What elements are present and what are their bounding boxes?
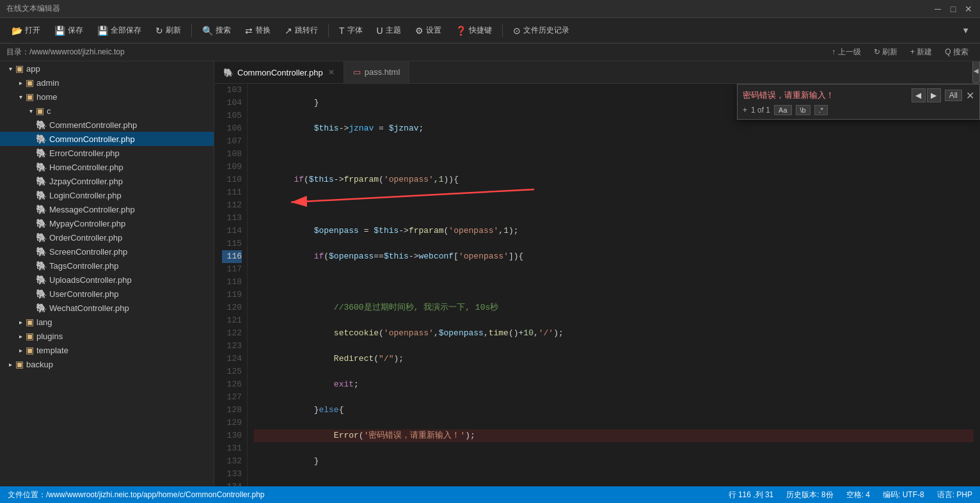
search-button[interactable]: 🔍 搜索 bbox=[196, 22, 237, 38]
sidebar-collapse-handle[interactable]: ◀ bbox=[972, 61, 980, 83]
sidebar-item-label: home bbox=[36, 92, 58, 102]
search-count: 1 of 1 bbox=[751, 106, 770, 115]
search-word-button[interactable]: \b bbox=[796, 105, 810, 115]
php-file-icon: 🐘 bbox=[36, 289, 47, 299]
refresh-button[interactable]: ↻ 刷新 bbox=[149, 22, 187, 38]
sidebar-item-label: admin bbox=[36, 78, 59, 88]
chevron-right-icon: ▸ bbox=[15, 319, 26, 326]
theme-icon: U bbox=[377, 26, 383, 36]
sidebar-item-app[interactable]: ▾ ▣ app bbox=[0, 61, 214, 76]
sidebar-item-commentcontroller[interactable]: 🐘 CommentController.php bbox=[0, 118, 214, 132]
search-popup: 密码错误，请重新输入！ ◀ ▶ All ✕ + 1 of 1 Aa \b .* bbox=[737, 84, 980, 120]
new-file-button[interactable]: + 新建 bbox=[905, 45, 937, 59]
html-tab-icon: ▭ bbox=[353, 67, 361, 77]
sidebar: ▾ ▣ app ▸ ▣ admin ▾ ▣ home ▾ ▣ c 🐘 Comme… bbox=[0, 61, 214, 486]
sidebar-item-tagscontroller[interactable]: 🐘 TagsController.php bbox=[0, 259, 214, 273]
sidebar-item-backup[interactable]: ▸ ▣ backup bbox=[0, 357, 214, 371]
search-prev-button[interactable]: ◀ bbox=[912, 88, 926, 102]
php-file-icon: 🐘 bbox=[36, 218, 47, 228]
sidebar-item-ordercontroller[interactable]: 🐘 OrderController.php bbox=[0, 230, 214, 244]
theme-button[interactable]: U 主题 bbox=[370, 22, 407, 38]
refresh-dir-button[interactable]: ↻ 刷新 bbox=[869, 45, 903, 59]
folder-icon: ▣ bbox=[26, 77, 34, 88]
search-dir-button[interactable]: Q 搜索 bbox=[940, 45, 974, 59]
settings-button[interactable]: ⚙ 设置 bbox=[409, 22, 448, 38]
status-filepath: 文件位置：/www/wwwroot/jizhi.neic.top/app/hom… bbox=[8, 490, 716, 500]
php-file-icon: 🐘 bbox=[36, 176, 47, 186]
open-button[interactable]: 📂 打开 bbox=[5, 22, 47, 38]
file-history-button[interactable]: ⊙ 文件历史记录 bbox=[507, 22, 576, 38]
sidebar-item-label: MypayController.php bbox=[49, 219, 125, 228]
sidebar-item-usercontroller[interactable]: 🐘 UserController.php bbox=[0, 287, 214, 301]
php-file-icon: 🐘 bbox=[36, 190, 47, 200]
tab-commoncontroller[interactable]: 🐘 CommonController.php ✕ bbox=[214, 61, 344, 83]
folder-icon: ▣ bbox=[15, 63, 24, 74]
chevron-down-icon: ▾ bbox=[15, 93, 26, 100]
search-close-button[interactable]: ✕ bbox=[966, 90, 974, 102]
php-tab-icon: 🐘 bbox=[223, 68, 233, 77]
code-text[interactable]: } $this->jznav = $jznav; if($this->frpar… bbox=[248, 84, 980, 486]
shortcuts-icon: ❓ bbox=[455, 26, 466, 36]
sidebar-item-template[interactable]: ▸ ▣ template bbox=[0, 343, 214, 357]
sidebar-item-plugins[interactable]: ▸ ▣ plugins bbox=[0, 329, 214, 343]
php-file-icon: 🐘 bbox=[36, 120, 47, 130]
refresh-icon: ↻ bbox=[155, 26, 163, 36]
sidebar-item-wechatcontroller[interactable]: 🐘 WechatController.php bbox=[0, 301, 214, 315]
minimize-button[interactable]: ─ bbox=[933, 4, 943, 14]
breadcrumb-path: 目录：/www/wwwroot/jizhi.neic.top bbox=[6, 47, 125, 58]
line-numbers: 103 104 105 106 107 108 109 110 111 112 … bbox=[214, 84, 248, 486]
code-area: 🐘 CommonController.php ✕ ▭ pass.html ◀ 密… bbox=[214, 61, 980, 486]
save-all-button[interactable]: 💾 全部保存 bbox=[91, 22, 148, 38]
status-encoding: 编码: UTF-8 bbox=[883, 490, 924, 500]
font-button[interactable]: T 字体 bbox=[333, 22, 369, 38]
status-language: 语言: PHP bbox=[937, 490, 972, 500]
sidebar-item-logincontroller[interactable]: 🐘 LoginController.php bbox=[0, 188, 214, 202]
code-editor[interactable]: 103 104 105 106 107 108 109 110 111 112 … bbox=[214, 84, 980, 486]
toolbar-divider-2 bbox=[328, 24, 329, 37]
php-file-icon: 🐘 bbox=[36, 275, 47, 285]
status-spaces: 空格: 4 bbox=[846, 490, 870, 500]
sidebar-item-messagecontroller[interactable]: 🐘 MessageController.php bbox=[0, 202, 214, 216]
sidebar-item-label: UserController.php bbox=[49, 289, 118, 299]
folder-icon: ▣ bbox=[26, 92, 34, 102]
tab-close-button[interactable]: ✕ bbox=[328, 68, 335, 77]
save-button[interactable]: 💾 保存 bbox=[48, 22, 90, 38]
folder-icon: ▣ bbox=[26, 345, 34, 355]
replace-button[interactable]: ⇄ 替换 bbox=[239, 22, 277, 38]
search-case-sensitive-button[interactable]: Aa bbox=[774, 105, 791, 115]
sidebar-item-label: c bbox=[47, 106, 51, 116]
tab-passhtml[interactable]: ▭ pass.html bbox=[344, 61, 410, 83]
close-button[interactable]: ✕ bbox=[963, 4, 974, 14]
search-next-button[interactable]: ▶ bbox=[927, 88, 941, 102]
sidebar-item-uploadscontroller[interactable]: 🐘 UploadsController.php bbox=[0, 273, 214, 287]
main-layout: ▾ ▣ app ▸ ▣ admin ▾ ▣ home ▾ ▣ c 🐘 Comme… bbox=[0, 61, 980, 486]
sidebar-item-errorcontroller[interactable]: 🐘 ErrorController.php bbox=[0, 146, 214, 160]
status-row-col: 行 116 ,列 31 bbox=[729, 490, 774, 500]
sidebar-item-homecontroller[interactable]: 🐘 HomeController.php bbox=[0, 160, 214, 174]
sidebar-item-admin[interactable]: ▸ ▣ admin bbox=[0, 76, 214, 90]
tab-label: pass.html bbox=[365, 67, 400, 77]
toolbar-dropdown[interactable]: ▼ bbox=[956, 23, 975, 38]
maximize-button[interactable]: □ bbox=[948, 4, 958, 14]
chevron-right-icon: ▸ bbox=[15, 347, 26, 354]
history-icon: ⊙ bbox=[513, 26, 521, 36]
search-regex-button[interactable]: .* bbox=[814, 105, 828, 115]
shortcuts-button[interactable]: ❓ 快捷键 bbox=[449, 22, 498, 38]
sidebar-item-screencontroller[interactable]: 🐘 ScreenController.php bbox=[0, 244, 214, 259]
folder-icon: ▣ bbox=[26, 331, 34, 341]
sidebar-item-mypaycontroller[interactable]: 🐘 MypayController.php bbox=[0, 216, 214, 230]
sidebar-item-commoncontroller[interactable]: 🐘 CommonController.php bbox=[0, 132, 214, 146]
sidebar-item-c[interactable]: ▾ ▣ c bbox=[0, 104, 214, 118]
sidebar-item-label: lang bbox=[36, 317, 52, 327]
sidebar-item-lang[interactable]: ▸ ▣ lang bbox=[0, 315, 214, 329]
save-all-icon: 💾 bbox=[97, 26, 108, 36]
php-file-icon: 🐘 bbox=[36, 148, 47, 158]
sidebar-item-jzpaycontroller[interactable]: 🐘 JzpayController.php bbox=[0, 174, 214, 188]
goto-button[interactable]: ↗ 跳转行 bbox=[278, 22, 324, 38]
sidebar-item-label: MessageController.php bbox=[49, 205, 135, 214]
search-all-button[interactable]: All bbox=[945, 90, 962, 101]
replace-icon: ⇄ bbox=[245, 26, 253, 36]
sidebar-item-label: ScreenController.php bbox=[49, 247, 127, 257]
up-button[interactable]: ↑ 上一级 bbox=[826, 45, 865, 59]
sidebar-item-home[interactable]: ▾ ▣ home bbox=[0, 90, 214, 104]
